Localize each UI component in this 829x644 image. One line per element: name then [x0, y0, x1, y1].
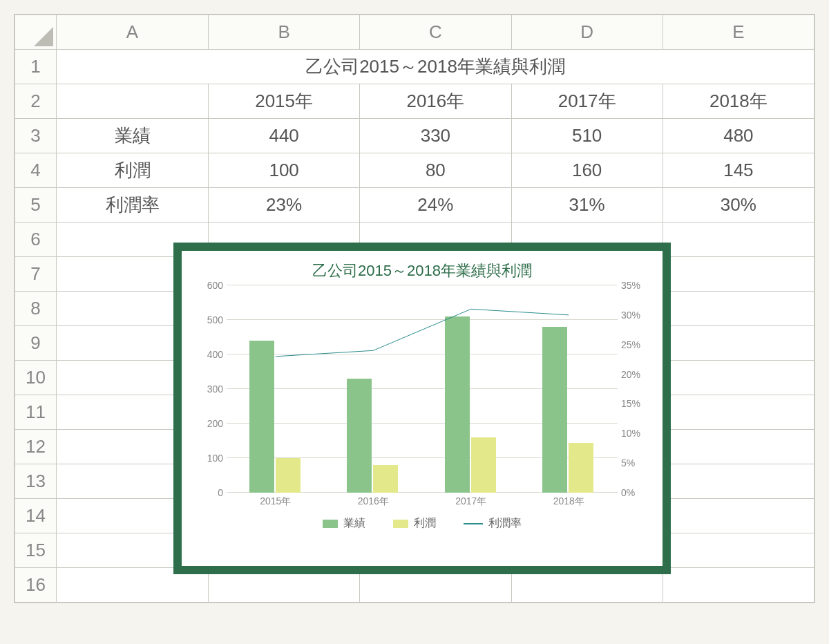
row-header[interactable]: 6	[15, 222, 57, 257]
row-header[interactable]: 16	[15, 568, 57, 603]
row-header[interactable]: 12	[15, 430, 57, 464]
row-header[interactable]: 3	[15, 119, 57, 153]
row-header[interactable]: 7	[15, 257, 57, 292]
line-series	[227, 285, 618, 493]
y-axis-right-tick: 25%	[621, 339, 649, 350]
y-axis-right-tick: 20%	[621, 369, 649, 380]
col-header-E[interactable]: E	[663, 15, 814, 50]
col-header-B[interactable]: B	[209, 15, 360, 50]
row-header[interactable]: 15	[15, 533, 57, 568]
chart-plot-area: 01002003004005006000%5%10%15%20%25%30%35…	[189, 285, 656, 513]
row-header[interactable]: 2	[15, 84, 57, 119]
spreadsheet: A B C D E 1 乙公司2015～2018年業績與利潤 2 2015年 2…	[14, 14, 815, 603]
chart-title: 乙公司2015～2018年業績與利潤	[189, 261, 656, 281]
embedded-chart[interactable]: 乙公司2015～2018年業績與利潤 01002003004005006000%…	[173, 243, 671, 574]
cell-label[interactable]: 利潤	[57, 153, 209, 188]
cell-year[interactable]: 2017年	[511, 84, 663, 119]
cell[interactable]: 480	[663, 119, 814, 153]
cell-label[interactable]: 利潤率	[57, 188, 209, 222]
y-axis-left-tick: 200	[196, 418, 223, 429]
y-axis-left-tick: 500	[196, 314, 223, 325]
legend-item-profit: 利潤	[393, 516, 436, 531]
y-axis-left-tick: 100	[196, 453, 223, 464]
cell[interactable]: 440	[209, 119, 360, 153]
row-header[interactable]: 8	[15, 292, 57, 326]
row-header[interactable]: 9	[15, 326, 57, 361]
cell-year[interactable]: 2016年	[360, 84, 511, 119]
cell-label[interactable]: 業績	[57, 119, 209, 153]
row-header[interactable]: 1	[15, 50, 57, 84]
cell-year[interactable]: 2015年	[209, 84, 360, 119]
cell-year[interactable]: 2018年	[663, 84, 814, 119]
legend-item-perf: 業績	[323, 516, 365, 531]
cell[interactable]: 100	[209, 153, 360, 188]
cell[interactable]	[57, 84, 209, 119]
y-axis-left-tick: 300	[196, 383, 223, 395]
row-header[interactable]: 5	[15, 188, 57, 222]
legend-swatch-icon	[323, 520, 338, 528]
y-axis-right-tick: 15%	[621, 398, 649, 409]
x-axis-tick: 2016年	[358, 495, 389, 508]
cell[interactable]: 330	[360, 119, 511, 153]
y-axis-left-tick: 600	[196, 280, 223, 291]
y-axis-left-tick: 0	[196, 487, 223, 498]
legend-swatch-icon	[393, 520, 408, 528]
y-axis-right-tick: 5%	[621, 457, 649, 468]
y-axis-right-tick: 0%	[621, 487, 649, 498]
row-header[interactable]: 11	[15, 395, 57, 430]
cell[interactable]: 31%	[511, 188, 663, 222]
cell[interactable]: 23%	[209, 188, 360, 222]
select-all-cell[interactable]	[15, 15, 57, 50]
cell[interactable]: 24%	[360, 188, 511, 222]
cell[interactable]: 510	[511, 119, 663, 153]
row-header[interactable]: 13	[15, 464, 57, 499]
x-axis-tick: 2017年	[455, 495, 486, 508]
col-header-C[interactable]: C	[360, 15, 511, 50]
cell[interactable]: 160	[511, 153, 663, 188]
row-header[interactable]: 10	[15, 361, 57, 395]
chart-legend: 業績 利潤 利潤率	[189, 516, 656, 531]
x-axis-tick: 2015年	[260, 495, 291, 508]
title-cell[interactable]: 乙公司2015～2018年業績與利潤	[57, 50, 814, 84]
row-header[interactable]: 14	[15, 499, 57, 533]
cell[interactable]: 80	[360, 153, 511, 188]
y-axis-right-tick: 35%	[621, 280, 649, 291]
y-axis-right-tick: 10%	[621, 428, 649, 439]
y-axis-left-tick: 400	[196, 349, 223, 360]
cell[interactable]: 145	[663, 153, 814, 188]
x-axis-tick: 2018年	[553, 495, 584, 508]
legend-line-icon	[464, 523, 483, 524]
col-header-A[interactable]: A	[57, 15, 209, 50]
legend-item-rate: 利潤率	[464, 516, 522, 531]
row-header[interactable]: 4	[15, 153, 57, 188]
cell[interactable]: 30%	[663, 188, 814, 222]
col-header-D[interactable]: D	[511, 15, 663, 50]
y-axis-right-tick: 30%	[621, 310, 649, 321]
